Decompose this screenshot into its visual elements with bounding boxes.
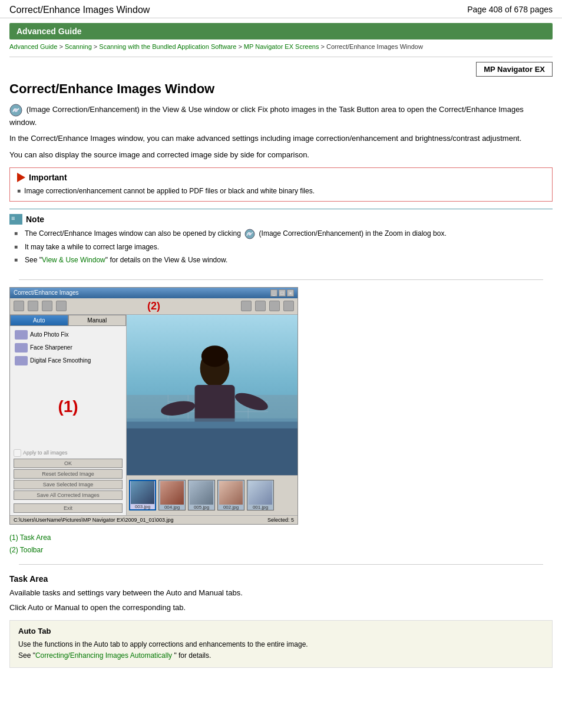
svg-rect-18 [127,421,297,475]
auto-tab-heading: Auto Tab [18,627,544,635]
win-ok-btn[interactable]: OK [14,459,123,468]
win-tab-auto[interactable]: Auto [10,315,68,326]
task-area-para2: Click Auto or Manual to open the corresp… [9,602,553,614]
win-exit-btn[interactable]: Exit [14,503,123,513]
svg-rect-19 [127,418,297,428]
win-feature-icon-1 [15,330,28,340]
important-section: Important ■ Image correction/enhancement… [9,167,553,202]
win-minimize-btn[interactable]: _ [270,289,277,297]
win-thumbnail-bar: 003.jpg 004.jpg 005.jpg 002.jpg [127,475,297,515]
win-tabs: Auto Manual [10,315,126,326]
svg-point-3 [249,232,252,235]
area-label-2: (2) Toolbar [9,544,553,557]
win-toolbar: (2) [10,298,297,315]
win-thumb-2[interactable]: 004.jpg [158,480,186,510]
win-feature-face-sharp: Face Sharpener [10,341,126,354]
important-text: Image correction/enhancement cannot be a… [24,186,315,196]
win-restore-btn[interactable]: □ [279,289,286,297]
main-content: Correct/Enhance Images Window (Image Cor… [0,81,562,677]
win-tab-manual[interactable]: Manual [68,315,127,326]
mp-navigator-badge-box: MP Navigator EX [476,62,553,77]
win-feature-icon-2 [15,343,28,353]
window-screenshot: Correct/Enhance Images _ □ × (2) Auto [9,287,298,525]
view-use-window-link[interactable]: View & Use Window [42,256,105,264]
intro-para3: You can also display the source image an… [9,149,553,161]
correcting-link[interactable]: Correcting/Enhancing Images Automaticall… [35,651,174,660]
header-divider [9,57,553,57]
win-status-selected: Selected: 5 [267,517,294,523]
breadcrumb-link-scanning[interactable]: Scanning [65,43,92,50]
intro-para1: (Image Correction/Enhancement) in the Vi… [9,104,553,129]
section-divider-1 [19,564,543,565]
note-title: Note [26,215,44,224]
win-tool-icon-2[interactable] [28,301,38,311]
note-items: ■ The Correct/Enhance Images window can … [9,228,553,265]
advanced-guide-banner: Advanced Guide [9,23,553,39]
advanced-guide-label: Advanced Guide [16,27,81,36]
breadcrumb-link-bundled[interactable]: Scanning with the Bundled Application So… [99,43,236,50]
important-item: ■ Image correction/enhancement cannot be… [17,186,545,196]
toolbar-link[interactable]: Toolbar [20,546,43,554]
note-section: Note ■ The Correct/Enhance Images window… [9,209,553,272]
task-area-link[interactable]: Task Area [20,533,51,542]
window-title: Correct/Enhance Images Window [9,5,150,15]
win-body: Auto Manual Auto Photo Fix Face Sharpene… [10,315,297,515]
svg-point-1 [14,108,18,112]
win-thumb-3[interactable]: 005.jpg [188,480,215,510]
important-header: Important [17,173,545,182]
win-save-all-btn[interactable]: Save All Corrected Images [14,490,123,500]
win-feature-icon-3 [15,356,28,365]
win-titlebar: Correct/Enhance Images _ □ × [10,288,297,298]
auto-tab-para2: See "Correcting/Enhancing Images Automat… [18,650,544,661]
win-tool-icon-1[interactable] [14,301,24,311]
important-arrow-icon [17,173,25,182]
page-title: Correct/Enhance Images Window [9,81,553,97]
breadcrumb: Advanced Guide > Scanning > Scanning wit… [9,42,553,52]
win-feature-digital-face: Digital Face Smoothing [10,354,126,367]
win-main-image [127,315,297,475]
win-titlebar-buttons: _ □ × [270,289,294,297]
win-feature-auto-photo: Auto Photo Fix [10,328,126,341]
page-number: Page 408 of 678 pages [467,5,553,14]
win-toolbar-label-2: (2) [70,300,237,312]
note-header: Note [9,214,553,225]
note-item-3: ■ See "View & Use Window" for details on… [14,255,553,265]
important-bullet: ■ [17,186,21,195]
win-thumb-4[interactable]: 002.jpg [217,480,244,510]
note-icon [9,214,22,225]
win-status-bar: C:\Users\UserName\Pictures\MP Navigator … [10,515,297,524]
win-tool-icon-6[interactable] [255,301,266,311]
breadcrumb-link-mpnav[interactable]: MP Navigator EX Screens [244,43,319,50]
win-thumb-1[interactable]: 003.jpg [129,480,156,510]
area-label-1: (1) Task Area [9,532,553,545]
task-area-para1: Available tasks and settings vary betwee… [9,587,553,599]
task-area-section: Task Area Available tasks and settings v… [9,574,553,614]
win-close-btn[interactable]: × [287,289,294,297]
apply-all-input[interactable] [14,449,21,457]
note-bullet-2: ■ [14,242,21,251]
note-item-2: ■ It may take a while to correct large i… [14,242,553,252]
win-reset-btn[interactable]: Reset Selected Image [14,469,123,479]
mp-navigator-badge-container: MP Navigator EX [9,62,553,77]
breadcrumb-link-advanced-guide[interactable]: Advanced Guide [9,43,57,50]
intro-para2: In the Correct/Enhance Images window, yo… [9,133,553,144]
win-label-1: (1) [10,367,126,447]
win-left-panel: Auto Manual Auto Photo Fix Face Sharpene… [10,315,127,515]
screenshot-labels: (1) Task Area (2) Toolbar [9,532,553,557]
win-tool-icon-3[interactable] [42,301,52,311]
win-tool-icon-7[interactable] [269,301,280,311]
note-divider [19,279,543,280]
win-apply-all-checkbox[interactable]: Apply to all images [14,449,123,457]
win-tool-icon-4[interactable] [56,301,67,311]
win-save-selected-btn[interactable]: Save Selected Image [14,480,123,489]
note-bullet-3: ■ [14,255,21,264]
inline-icon-correction [9,104,22,117]
win-tool-icon-5[interactable] [241,301,252,311]
win-action-buttons: OK Reset Selected Image Save Selected Im… [14,459,123,500]
win-tool-icon-8[interactable] [283,301,294,311]
auto-tab-section: Auto Tab Use the functions in the Auto t… [9,620,553,668]
win-thumb-5[interactable]: 001.jpg [247,480,274,510]
win-title-text: Correct/Enhance Images [14,289,79,296]
page-header: Correct/Enhance Images Window Page 408 o… [0,0,562,18]
svg-point-14 [201,345,228,367]
